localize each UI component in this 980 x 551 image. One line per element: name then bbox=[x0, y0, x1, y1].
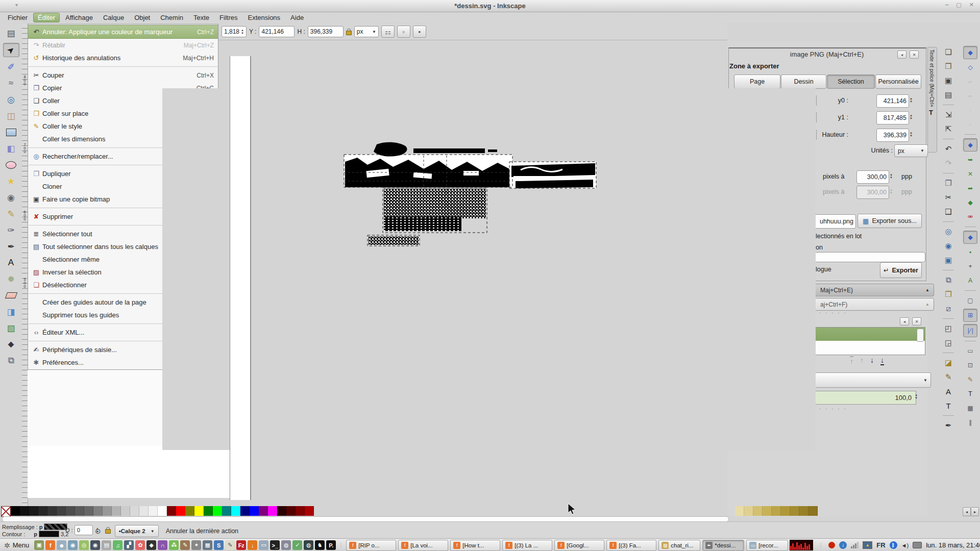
open-document[interactable]: ❒ bbox=[942, 60, 955, 72]
launcher-p[interactable]: P. bbox=[326, 540, 336, 550]
dock-handle[interactable]: · · · · · bbox=[819, 406, 847, 412]
fill-stroke-dialog[interactable]: ◪ bbox=[942, 357, 955, 369]
bluetooth-icon[interactable]: ᛒ bbox=[890, 541, 897, 549]
group[interactable]: ◰ bbox=[942, 322, 955, 335]
palette-swatch[interactable] bbox=[139, 506, 149, 516]
snap-others[interactable]: ◆ bbox=[963, 231, 977, 244]
shade-button[interactable]: ◂ bbox=[897, 51, 906, 59]
snap-page-border[interactable]: ▢ bbox=[964, 294, 977, 307]
palette-swatch[interactable] bbox=[121, 506, 130, 516]
y0-spinner[interactable]: ▲▼ bbox=[910, 97, 913, 103]
opacity-spinner[interactable]: ▲▼ bbox=[915, 393, 918, 399]
palette-swatch[interactable] bbox=[259, 506, 268, 516]
palette-swatch[interactable] bbox=[75, 506, 84, 516]
layers-shade-button[interactable]: ◂ bbox=[900, 317, 909, 325]
palette-swatch[interactable] bbox=[772, 506, 781, 516]
tool-eraser[interactable] bbox=[4, 289, 19, 302]
tool-rectangle[interactable] bbox=[4, 126, 19, 139]
keyboard-layout[interactable]: FR bbox=[876, 541, 885, 549]
snap-guides[interactable]: ∣∕∣ bbox=[963, 324, 977, 337]
snap-path-intersections[interactable]: ✕ bbox=[964, 168, 977, 180]
stroke-swatch[interactable] bbox=[39, 531, 59, 537]
palette-swatch[interactable] bbox=[204, 506, 213, 516]
window-controls[interactable]: ‒ ▢ ✕ bbox=[945, 2, 977, 8]
launcher-filezilla[interactable]: Fz bbox=[236, 540, 246, 550]
menu-texte[interactable]: Texte bbox=[189, 13, 214, 22]
window-dessin[interactable]: ✒ *dessi... bbox=[702, 540, 744, 551]
launcher-music[interactable]: ♫ bbox=[113, 540, 122, 550]
launcher-darksphere[interactable]: ◍ bbox=[304, 540, 313, 550]
snap-text-icon[interactable]: T bbox=[964, 388, 977, 400]
tool-pencil[interactable]: ✎ bbox=[4, 207, 19, 220]
tool-tweak[interactable]: ≈ bbox=[4, 77, 19, 90]
palette-swatch[interactable] bbox=[808, 506, 818, 516]
tab-personnalisee[interactable]: Personnalisée bbox=[875, 74, 921, 89]
launcher-timer[interactable]: ✓ bbox=[292, 540, 302, 550]
grid-icon[interactable]: ⊡ bbox=[964, 359, 977, 371]
xml-editor-icon[interactable]: ✒ bbox=[942, 419, 955, 432]
snap-midpoints[interactable]: ⚮ bbox=[964, 211, 977, 223]
launcher-downloads[interactable]: ↓ bbox=[248, 540, 257, 550]
menu-fichier[interactable]: Fichier bbox=[3, 13, 32, 22]
palette-swatch[interactable] bbox=[799, 506, 808, 516]
tool-calligraphy[interactable]: ✒ bbox=[4, 240, 19, 253]
launcher-record[interactable]: ◉ bbox=[90, 540, 100, 550]
spinner-icon[interactable]: ▲▼ bbox=[241, 29, 244, 35]
zoom-selection[interactable]: ◎ bbox=[942, 226, 955, 238]
display-warning-icon[interactable]: ▲ bbox=[863, 541, 872, 549]
menu-affichage[interactable]: Affichage bbox=[61, 13, 97, 22]
save-document[interactable]: ▣ bbox=[942, 74, 955, 87]
window-chatri[interactable]: ▨ chat_ri... bbox=[658, 540, 700, 551]
menu-objet[interactable]: Objet bbox=[130, 13, 155, 22]
palette-swatch[interactable] bbox=[231, 506, 240, 516]
tool-ellipse[interactable] bbox=[4, 158, 19, 171]
x-field[interactable]: 1,818▲▼ bbox=[222, 26, 247, 37]
window-rip[interactable]: f [RIP o... bbox=[346, 540, 396, 551]
dock-handle[interactable]: · · · · · bbox=[819, 310, 847, 316]
text-font-dock-tab[interactable]: Texte et police (Maj+Ctrl+ T bbox=[927, 47, 937, 153]
unit-dropdown[interactable]: px▼ bbox=[354, 26, 379, 37]
launcher-molecule[interactable]: ⁂ bbox=[169, 540, 179, 550]
new-document[interactable]: ❏ bbox=[942, 46, 955, 58]
y1-field[interactable]: 817,485 bbox=[876, 111, 909, 124]
units-dropdown[interactable]: px▼ bbox=[894, 144, 928, 157]
guide-icon[interactable]: ✎ bbox=[964, 373, 977, 386]
window-recor[interactable]: ▭ [recor... bbox=[746, 540, 788, 551]
tab-selection[interactable]: Sélection bbox=[827, 74, 875, 89]
palette-swatch[interactable] bbox=[277, 506, 286, 516]
dialog-icon[interactable]: ▤ bbox=[4, 27, 19, 40]
tool-3dbox[interactable]: ◧ bbox=[4, 142, 19, 155]
opacity-field[interactable]: 0 bbox=[75, 525, 93, 535]
audio-visualizer[interactable] bbox=[790, 540, 813, 550]
palette-swatch[interactable] bbox=[194, 506, 204, 516]
tab-page[interactable]: Page bbox=[734, 74, 780, 89]
palette-swatch[interactable] bbox=[130, 506, 139, 516]
window-lavoi[interactable]: f [La voi... bbox=[398, 540, 448, 551]
lower-to-bottom-icon[interactable]: ↓ bbox=[880, 356, 884, 365]
text-dialog[interactable]: A bbox=[942, 385, 955, 397]
palette-swatch[interactable] bbox=[84, 506, 93, 516]
menu-extensions[interactable]: Extensions bbox=[243, 13, 285, 22]
title-bar[interactable]: ▾ *dessin.svg - Inkscape ‒ ▢ ✕ bbox=[0, 0, 980, 12]
launcher-terminal[interactable]: >_ bbox=[270, 540, 280, 550]
snap-bbox-corners[interactable]: ⌐ bbox=[964, 90, 977, 102]
y-field[interactable]: 421,146 bbox=[259, 26, 295, 37]
launcher-desktop[interactable]: ▣ bbox=[34, 540, 44, 550]
export-document[interactable]: ⇱ bbox=[942, 123, 955, 135]
snap-rotation-centers[interactable]: + bbox=[964, 260, 977, 272]
create-clone[interactable]: ❐ bbox=[942, 288, 955, 300]
dpi-spinner[interactable]: ▲▼ bbox=[890, 173, 893, 179]
snap-bbox[interactable]: ◇ bbox=[964, 61, 977, 73]
palette-swatch[interactable] bbox=[286, 506, 296, 516]
launcher-photos[interactable]: ✿ bbox=[135, 540, 145, 550]
tool-gradient[interactable]: ▧ bbox=[4, 321, 19, 335]
unlink-clone[interactable]: ⧄ bbox=[942, 303, 955, 315]
tool-measure[interactable]: ◫ bbox=[4, 109, 19, 122]
menu-filtres[interactable]: Filtres bbox=[215, 13, 242, 22]
toolbar-button-1[interactable]: ⚏ bbox=[381, 26, 395, 38]
hauteur-spinner[interactable]: ▲▼ bbox=[910, 131, 913, 137]
dpi-field[interactable]: 300,00 bbox=[856, 170, 889, 184]
launcher-tools[interactable]: ✦ bbox=[191, 540, 201, 550]
palette-swatch[interactable] bbox=[20, 506, 29, 516]
snap-bbox-edges[interactable]: ⌐ bbox=[964, 76, 977, 88]
